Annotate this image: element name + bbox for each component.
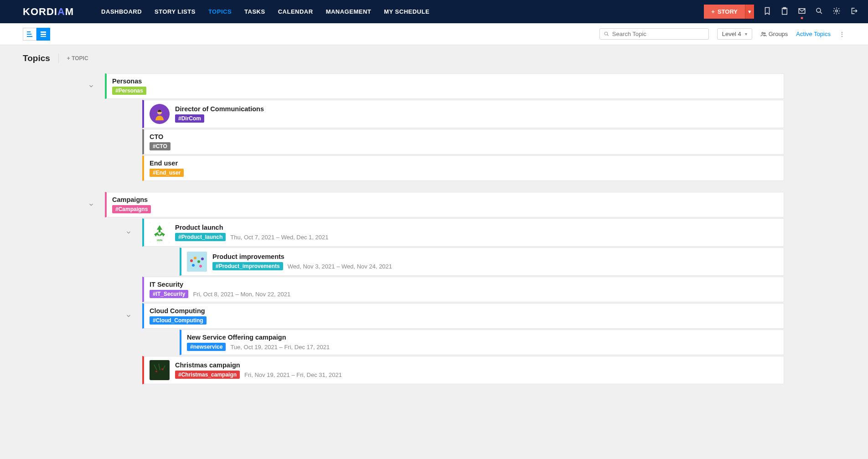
svg-point-17 [197,260,200,263]
nav-item-my-schedule[interactable]: MY SCHEDULE [384,8,429,15]
search-icon [604,31,610,37]
mail-icon[interactable] [798,7,806,16]
topic-card[interactable]: Campaigns#Campaigns [105,192,784,217]
chevron-down-icon: ▾ [748,8,751,15]
topic-card[interactable]: 100%Product launch#Product_launchThu, Oc… [142,218,784,247]
search-icon[interactable] [815,7,823,16]
topic-tag[interactable]: #Product_improvements [212,262,283,270]
topic-row: Cloud Computing#Cloud_Computing [115,303,784,329]
topic-tag[interactable]: #CTO [150,142,170,150]
topic-tag[interactable]: #newservice [187,343,226,351]
topic-card[interactable]: Director of Communications#DirCom [142,100,784,128]
topic-body: New Service Offering campaign#newservice… [187,334,330,351]
topic-thumbnail [187,252,207,272]
topic-tag[interactable]: #Christmas_campaign [175,371,240,379]
topic-title: Christmas campaign [175,361,240,369]
svg-point-4 [836,10,838,12]
topic-body: Director of Communications#DirCom [175,105,264,123]
logout-icon[interactable] [850,7,858,16]
svg-point-20 [199,265,202,268]
bookmark-icon[interactable] [763,7,771,16]
active-topics-link[interactable]: Active Topics [796,31,831,37]
topic-date-range: Fri, Oct 8, 2021 – Mon, Nov 22, 2021 [193,291,290,298]
groups-link[interactable]: Groups [760,31,788,37]
topic-body: CTO#CTO [150,133,170,150]
topic-row: Campaigns#Campaigns [78,192,784,217]
topic-tag[interactable]: #DirCom [175,114,204,123]
search-topic-box[interactable] [599,28,709,40]
nav-item-dashboard[interactable]: DASHBOARD [101,8,142,15]
topic-tag[interactable]: #IT_Security [150,290,188,298]
collapse-toggle[interactable] [78,73,105,99]
topic-tag[interactable]: #End_user [150,169,184,177]
nav-item-topics[interactable]: TOPICS [208,8,232,15]
level-dropdown[interactable]: Level 4 ▾ [717,28,752,40]
topic-card[interactable]: End user#End_user [142,155,784,181]
view-compact-button[interactable] [23,28,36,41]
app-logo: KORDIAM [23,6,74,18]
topic-thumbnail: 100% [150,222,170,242]
topic-body: Personas#Personas [112,77,146,95]
nav-item-tasks[interactable]: TASKS [244,8,265,15]
svg-point-23 [161,368,163,370]
plus-icon: + [711,8,715,15]
topic-tag[interactable]: #Cloud_Computing [150,316,207,325]
topic-row: CTO#CTO [115,129,784,155]
topic-meta: #newserviceTue, Oct 19, 2021 – Fri, Dec … [187,343,330,351]
topic-tag[interactable]: #Campaigns [112,205,151,213]
topic-card[interactable]: New Service Offering campaign#newservice… [180,330,784,355]
nav-item-management[interactable]: MANAGEMENT [326,8,372,15]
svg-rect-6 [41,34,46,35]
view-list-button[interactable] [36,28,50,41]
clipboard-icon[interactable] [780,7,789,16]
topic-date-range: Tue, Oct 19, 2021 – Fri, Dec 17, 2021 [230,344,330,351]
svg-point-22 [155,371,157,372]
topic-row: Christmas campaign#Christmas_campaignFri… [115,356,784,384]
search-input[interactable] [612,31,705,37]
topic-row: 100%Product launch#Product_launchThu, Oc… [115,218,784,247]
topic-body: IT Security#IT_SecurityFri, Oct 8, 2021 … [150,281,290,298]
topic-meta: #Cloud_Computing [150,316,207,325]
people-icon [760,31,767,37]
topic-tag[interactable]: #Product_launch [175,233,226,241]
view-toggle [23,28,50,41]
story-dropdown-button[interactable]: ▾ [745,5,754,19]
topic-card[interactable]: CTO#CTO [142,129,784,155]
topic-meta: #Campaigns [112,205,151,213]
collapse-toggle[interactable] [78,192,105,217]
collapse-toggle [152,248,180,276]
svg-rect-14 [187,252,207,272]
topic-meta: #Product_improvementsWed, Nov 3, 2021 – … [212,262,392,270]
chevron-down-icon: ▾ [745,31,747,36]
top-icon-row [759,7,863,16]
topic-body: Product improvements#Product_improvement… [212,253,392,270]
topic-meta: #IT_SecurityFri, Oct 8, 2021 – Mon, Nov … [150,290,290,298]
topic-tag[interactable]: #Personas [112,87,146,95]
topic-card[interactable]: Christmas campaign#Christmas_campaignFri… [142,356,784,384]
gear-icon[interactable] [832,7,841,16]
nav-item-story-lists[interactable]: STORY LISTS [155,8,196,15]
topic-card[interactable]: Cloud Computing#Cloud_Computing [142,303,784,329]
add-topic-button[interactable]: + TOPIC [67,55,88,62]
topic-title: Campaigns [112,196,148,203]
topic-title: IT Security [150,281,183,288]
topic-meta: #End_user [150,169,184,177]
topic-title: End user [150,160,178,167]
new-story-label: STORY [718,8,738,15]
topic-card[interactable]: Product improvements#Product_improvement… [180,248,784,276]
topic-meta: #Product_launchThu, Oct 7, 2021 – Wed, D… [175,233,328,241]
collapse-toggle[interactable] [115,303,142,329]
more-menu-button[interactable]: ⋮ [839,31,845,38]
active-topics-label: Active Topics [796,31,831,37]
collapse-toggle[interactable] [115,218,142,247]
persona-avatar [150,104,170,124]
toolbar-right: Level 4 ▾ Groups Active Topics ⋮ [599,28,845,40]
topic-title: New Service Offering campaign [187,334,286,341]
topic-date-range: Fri, Nov 19, 2021 – Fri, Dec 31, 2021 [244,371,342,378]
topic-card[interactable]: Personas#Personas [105,73,784,99]
topic-card[interactable]: IT Security#IT_SecurityFri, Oct 8, 2021 … [142,277,784,302]
new-story-button[interactable]: + STORY [704,5,745,19]
topic-body: Product launch#Product_launchThu, Oct 7,… [175,224,328,241]
nav-item-calendar[interactable]: CALENDAR [278,8,313,15]
collapse-toggle [152,330,180,355]
